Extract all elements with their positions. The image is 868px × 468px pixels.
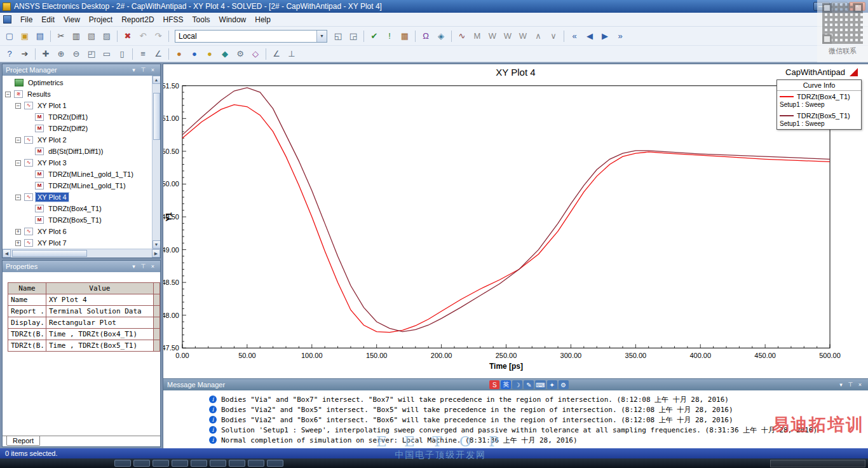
taskbar-button[interactable] bbox=[191, 460, 207, 467]
open-file-icon[interactable]: ▣ bbox=[18, 30, 32, 43]
report-m-icon[interactable]: M bbox=[470, 30, 484, 43]
paste-icon[interactable]: ▧ bbox=[85, 30, 98, 43]
report-up-icon[interactable]: ∧ bbox=[531, 30, 545, 43]
taskbar-button[interactable] bbox=[267, 460, 283, 467]
work-plane-icon[interactable]: ⊥ bbox=[285, 48, 299, 60]
new-file-icon[interactable]: ▢ bbox=[3, 30, 17, 43]
taskbar-button[interactable] bbox=[210, 460, 226, 467]
property-value[interactable]: Rectangular Plot bbox=[46, 317, 154, 329]
taskbar-button[interactable] bbox=[114, 460, 131, 467]
report-w1-icon[interactable]: W bbox=[485, 30, 499, 43]
lang-english-icon[interactable]: 英 bbox=[501, 380, 511, 389]
close-icon[interactable]: × bbox=[856, 381, 864, 389]
plot-canvas[interactable]: 0.0050.00100.00150.00200.00250.00300.003… bbox=[163, 64, 868, 378]
tree-item-results[interactable]: −≋Results bbox=[3, 88, 160, 100]
material-icon[interactable]: ● bbox=[172, 48, 186, 60]
menu-file[interactable]: File bbox=[16, 13, 37, 26]
tree-item-xy-plot-7[interactable]: +∿XY Plot 7 bbox=[3, 237, 160, 249]
menu-edit[interactable]: Edit bbox=[37, 13, 59, 26]
taskbar-button[interactable] bbox=[172, 460, 188, 467]
property-value[interactable]: Terminal Solution Data bbox=[46, 306, 154, 317]
zoom-out-icon[interactable]: ⊖ bbox=[69, 48, 83, 60]
message-manager-header[interactable]: Message Manager S英☽✎⌨✦⚙ ▾⊤× bbox=[163, 379, 868, 390]
last-frame-icon[interactable]: » bbox=[613, 30, 627, 43]
pin-icon[interactable]: ⊤ bbox=[139, 66, 147, 74]
mdi-child-icon[interactable] bbox=[3, 15, 11, 24]
save-icon[interactable]: ▤ bbox=[33, 30, 47, 43]
rect-plot-icon[interactable]: ∿ bbox=[455, 30, 469, 43]
menu-tools[interactable]: Tools bbox=[188, 13, 215, 26]
scrollbar-thumb[interactable] bbox=[153, 93, 160, 140]
dataset-icon[interactable]: ≡ bbox=[136, 48, 150, 60]
tree-item-xy-plot-1[interactable]: −∿XY Plot 1 bbox=[3, 100, 160, 111]
property-value[interactable]: XY Plot 4 bbox=[46, 294, 154, 306]
report-down-icon[interactable]: ∨ bbox=[546, 30, 560, 43]
ime-moon-icon[interactable]: ☽ bbox=[512, 380, 522, 389]
expand-icon[interactable]: + bbox=[15, 240, 21, 246]
pin-icon[interactable]: ⊤ bbox=[846, 381, 855, 389]
ime-settings-icon[interactable]: ⚙ bbox=[559, 380, 569, 389]
undo-icon[interactable]: ↶ bbox=[136, 30, 150, 43]
fit-selection-icon[interactable]: ▯ bbox=[115, 48, 129, 60]
tree-item-db-st-diff1-diff1[interactable]: MdB(St(Diff1,Diff1)) bbox=[3, 146, 160, 157]
sogou-icon[interactable]: S bbox=[489, 380, 499, 389]
pin-icon[interactable]: ⊤ bbox=[139, 263, 147, 271]
analyze-all-icon[interactable]: ! bbox=[383, 30, 397, 43]
delete-icon[interactable]: ✖ bbox=[121, 30, 135, 43]
project-manager-header[interactable]: Project Manager ▾⊤× bbox=[3, 64, 160, 76]
ime-keyboard-icon[interactable]: ⌨ bbox=[535, 380, 545, 389]
taskbar-button[interactable] bbox=[133, 460, 150, 467]
optimetrics-toolbar-icon[interactable]: ◇ bbox=[248, 48, 262, 60]
chevron-down-icon[interactable]: ▾ bbox=[130, 66, 138, 74]
taskbar-button[interactable] bbox=[153, 460, 169, 467]
technology-combo[interactable]: Local▼ bbox=[175, 30, 327, 43]
chevron-down-icon[interactable]: ▾ bbox=[837, 381, 845, 389]
system-tray[interactable] bbox=[770, 460, 865, 467]
tree-item-tdrzt-mline1-gold-1-t1[interactable]: MTDRZt(MLine1_gold_1_T1) bbox=[3, 169, 160, 180]
radiation-icon[interactable]: ◈ bbox=[434, 30, 448, 43]
zoom-in-icon[interactable]: ⊕ bbox=[54, 48, 68, 60]
chevron-down-icon[interactable]: ▾ bbox=[130, 263, 138, 271]
cut-icon[interactable]: ✂ bbox=[54, 30, 68, 43]
tree-item-tdrzt-box4-t1[interactable]: MTDRZt(Box4_T1) bbox=[3, 203, 160, 214]
excitation-icon[interactable]: ● bbox=[203, 48, 217, 60]
chevron-down-icon[interactable]: ▼ bbox=[316, 31, 327, 42]
snap-mode-icon[interactable]: ∠ bbox=[269, 48, 283, 60]
tree-item-tdrzt-box5-t1[interactable]: MTDRZt(Box5_T1) bbox=[3, 214, 160, 226]
validate-icon[interactable]: ✔ bbox=[367, 30, 381, 43]
collapse-icon[interactable]: − bbox=[15, 160, 21, 166]
ime-toolbox-icon[interactable]: ✦ bbox=[547, 380, 557, 389]
close-button[interactable]: × bbox=[849, 2, 865, 11]
property-value[interactable]: Time , TDRZt(Box5_T1) bbox=[46, 340, 154, 352]
fields-icon[interactable]: Ω bbox=[419, 30, 433, 43]
zoom-window-icon[interactable]: ◰ bbox=[85, 48, 98, 60]
boundary-icon[interactable]: ● bbox=[187, 48, 201, 60]
menu-report2d[interactable]: Report2D bbox=[117, 13, 158, 26]
property-value[interactable]: Time , TDRZt(Box4_T1) bbox=[46, 329, 154, 340]
tab-report[interactable]: Report bbox=[6, 436, 40, 446]
close-icon[interactable]: × bbox=[149, 263, 157, 271]
pan-icon[interactable]: ✚ bbox=[39, 48, 53, 60]
tree-item-optimetrics[interactable]: Optimetrics bbox=[3, 77, 160, 88]
redo-icon[interactable]: ↷ bbox=[151, 30, 165, 43]
menu-window[interactable]: Window bbox=[215, 13, 251, 26]
collapse-icon[interactable]: − bbox=[5, 92, 11, 97]
next-frame-icon[interactable]: ▶ bbox=[598, 30, 612, 43]
menu-hfss[interactable]: HFSS bbox=[159, 13, 188, 26]
scroll-right-icon[interactable]: ▶ bbox=[152, 249, 160, 258]
copy-icon[interactable]: ▥ bbox=[69, 30, 83, 43]
tree-item-tdrzt-diff2[interactable]: MTDRZt(Diff2) bbox=[3, 123, 160, 134]
tree-item-xy-plot-6[interactable]: +∿XY Plot 6 bbox=[3, 226, 160, 237]
first-frame-icon[interactable]: « bbox=[567, 30, 581, 43]
prev-frame-icon[interactable]: ◀ bbox=[583, 30, 597, 43]
taskbar-button[interactable] bbox=[229, 460, 245, 467]
edit-sources-icon[interactable]: ◲ bbox=[346, 30, 360, 43]
tree-item-xy-plot-3[interactable]: −∿XY Plot 3 bbox=[3, 157, 160, 169]
scroll-left-icon[interactable]: ◀ bbox=[3, 249, 11, 258]
fit-all-icon[interactable]: ▭ bbox=[100, 48, 114, 60]
scroll-up-icon[interactable]: ▲ bbox=[153, 76, 161, 84]
expand-icon[interactable]: + bbox=[15, 229, 21, 235]
scroll-down-icon[interactable]: ▼ bbox=[153, 240, 161, 249]
menu-help[interactable]: Help bbox=[250, 13, 275, 26]
tree-item-xy-plot-2[interactable]: −∿XY Plot 2 bbox=[3, 134, 160, 146]
